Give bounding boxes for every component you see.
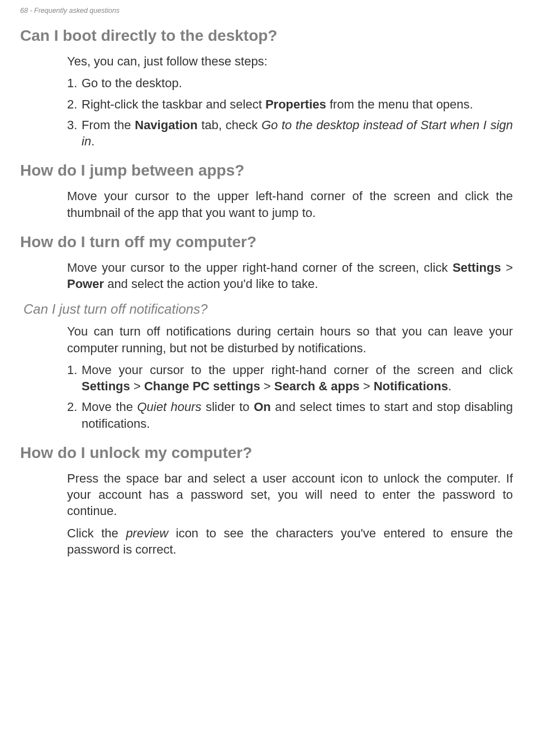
body-text: You can turn off notifications during ce… [67, 323, 513, 356]
body-text: Press the space bar and select a user ac… [67, 470, 513, 519]
subheading-notifications: Can I just turn off notifications? [23, 301, 513, 318]
step-text-bold: Search & apps [274, 379, 360, 393]
step-text-bold: On [254, 400, 271, 414]
body-text: Click the [67, 526, 126, 540]
step-item: Move the Quiet hours slider to On and se… [67, 399, 513, 432]
body-boot-desktop: Yes, you can, just follow these steps: G… [67, 53, 513, 149]
body-text-bold: Settings [453, 261, 501, 275]
step-text: slider to [202, 400, 254, 414]
step-text-bold: Change PC settings [144, 379, 260, 393]
body-text-bold: Power [67, 277, 104, 291]
body-text: Move your cursor to the upper right-hand… [67, 261, 453, 275]
body-text: Move your cursor to the upper right-hand… [67, 259, 513, 292]
heading-jump-apps: How do I jump between apps? [20, 160, 513, 180]
body-notifications: You can turn off notifications during ce… [67, 323, 513, 432]
step-text: > [260, 379, 274, 393]
step-text: tab, check [198, 118, 261, 132]
body-turn-off: Move your cursor to the upper right-hand… [67, 259, 513, 292]
running-header: 68 - Frequently asked questions [20, 7, 513, 15]
step-text: From the [82, 118, 135, 132]
body-unlock: Press the space bar and select a user ac… [67, 470, 513, 557]
step-text: . [448, 379, 451, 393]
body-text: > [501, 261, 513, 275]
step-text: from the menu that opens. [326, 97, 473, 111]
page-container: 68 - Frequently asked questions Can I bo… [0, 0, 533, 585]
intro-text: Yes, you can, just follow these steps: [67, 53, 513, 69]
steps-notifications: Move your cursor to the upper right-hand… [67, 362, 513, 432]
heading-turn-off: How do I turn off my computer? [20, 232, 513, 252]
step-item: Right-click the taskbar and select Prope… [67, 96, 513, 112]
heading-unlock: How do I unlock my computer? [20, 443, 513, 462]
step-text-bold: Properties [265, 97, 326, 111]
step-text-bold: Notifications [374, 379, 448, 393]
body-text-ital: preview [126, 526, 168, 540]
body-text: Move your cursor to the upper left-hand … [67, 188, 513, 221]
step-item: Go to the desktop. [67, 75, 513, 91]
step-text-bold: Navigation [135, 118, 197, 132]
step-text-ital: Quiet hours [137, 400, 201, 414]
heading-boot-desktop: Can I boot directly to the desktop? [20, 26, 513, 45]
step-item: Move your cursor to the upper right-hand… [67, 362, 513, 395]
step-item: From the Navigation tab, check Go to the… [67, 117, 513, 150]
steps-boot-desktop: Go to the desktop. Right-click the taskb… [67, 75, 513, 149]
step-text: Move the [82, 400, 137, 414]
body-jump-apps: Move your cursor to the upper left-hand … [67, 188, 513, 221]
step-text-bold: Settings [82, 379, 130, 393]
step-text: > [130, 379, 144, 393]
body-text: Click the preview icon to see the charac… [67, 525, 513, 558]
body-text: and select the action you'd like to take… [104, 277, 318, 291]
step-text: Right-click the taskbar and select [82, 97, 265, 111]
step-text: > [360, 379, 374, 393]
step-text: . [91, 134, 94, 148]
step-text: Move your cursor to the upper right-hand… [82, 363, 513, 377]
